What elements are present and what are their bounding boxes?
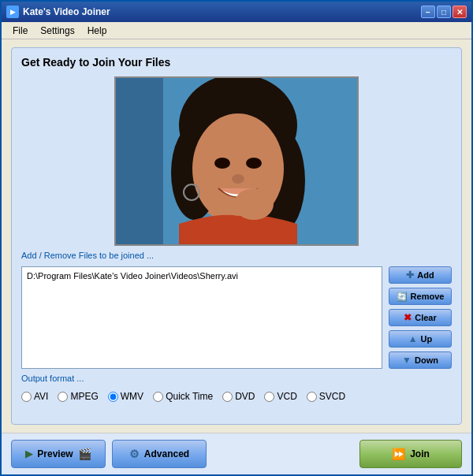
up-button[interactable]: Up [389, 330, 452, 348]
down-label: Down [415, 355, 438, 365]
format-vcd[interactable]: VCD [264, 391, 296, 402]
up-label: Up [421, 334, 433, 344]
file-list-area: D:\Program Files\Kate's Video Joiner\Vid… [21, 266, 452, 369]
bottom-bar: Preview 🎬 ⚙ Advanced Join [2, 433, 471, 474]
clear-icon [404, 312, 412, 323]
format-mpeg-label: MPEG [70, 391, 98, 402]
svg-point-11 [234, 188, 274, 220]
format-dvd-radio[interactable] [222, 392, 233, 402]
output-format-label: Output format ... [21, 374, 452, 383]
format-svcd[interactable]: SVCD [307, 391, 345, 402]
remove-icon [397, 291, 408, 302]
app-window: ▶ Kate's Video Joiner − □ ✕ File Setting… [0, 0, 473, 476]
format-quicktime-radio[interactable] [153, 392, 163, 402]
menu-help[interactable]: Help [81, 24, 114, 38]
remove-label: Remove [411, 292, 445, 301]
maximize-button[interactable]: □ [437, 6, 451, 18]
format-wmv-radio[interactable] [108, 392, 118, 402]
format-avi-label: AVI [34, 391, 48, 402]
format-mpeg[interactable]: MPEG [58, 391, 98, 402]
video-preview [114, 76, 359, 246]
preview-label: Preview [37, 448, 73, 459]
clear-label: Clear [415, 313, 437, 322]
format-avi-radio[interactable] [21, 392, 32, 402]
menu-settings[interactable]: Settings [34, 24, 80, 38]
join-ff-icon [392, 448, 405, 460]
format-dvd-label: DVD [235, 391, 255, 402]
add-button[interactable]: Add [389, 266, 452, 284]
down-button[interactable]: Down [389, 351, 452, 369]
main-content: Get Ready to Join Your Files [2, 39, 471, 433]
title-bar: ▶ Kate's Video Joiner − □ ✕ [2, 2, 471, 22]
add-label: Add [417, 270, 434, 280]
advanced-label: Advanced [144, 448, 189, 459]
window-title: Kate's Video Joiner [23, 6, 421, 17]
close-button[interactable]: ✕ [453, 6, 467, 18]
svg-point-8 [246, 158, 262, 169]
minimize-button[interactable]: − [421, 6, 435, 18]
format-dvd[interactable]: DVD [222, 391, 255, 402]
file-listbox[interactable]: D:\Program Files\Kate's Video Joiner\Vid… [21, 266, 382, 369]
format-wmv[interactable]: WMV [108, 391, 143, 402]
down-icon [402, 355, 412, 366]
join-button[interactable]: Join [359, 440, 462, 468]
menu-file[interactable]: File [6, 24, 34, 38]
svg-point-9 [232, 174, 244, 184]
add-remove-label: Add / Remove Files to be joined ... [21, 251, 452, 260]
photo-svg [116, 78, 359, 246]
file-entry-0: D:\Program Files\Kate's Video Joiner\Vid… [25, 270, 378, 281]
page-title: Get Ready to Join Your Files [21, 56, 452, 69]
format-svcd-radio[interactable] [307, 392, 317, 402]
remove-button[interactable]: Remove [389, 288, 452, 305]
format-wmv-label: WMV [121, 391, 143, 402]
add-icon [406, 270, 414, 281]
svg-point-7 [214, 158, 230, 169]
advanced-button[interactable]: ⚙ Advanced [112, 440, 207, 468]
up-icon [408, 333, 418, 344]
format-avi[interactable]: AVI [21, 391, 48, 402]
window-controls: − □ ✕ [421, 6, 467, 18]
preview-play-icon [25, 448, 32, 459]
format-quicktime-label: Quick Time [166, 391, 213, 402]
format-svcd-label: SVCD [319, 391, 345, 402]
preview-film-icon: 🎬 [78, 448, 91, 460]
inner-panel: Get Ready to Join Your Files [11, 47, 462, 425]
menu-bar: File Settings Help [2, 22, 471, 39]
join-label: Join [410, 448, 430, 459]
app-icon: ▶ [6, 6, 19, 18]
format-vcd-radio[interactable] [264, 392, 274, 402]
format-row: AVI MPEG WMV Quick Time DVD [21, 391, 452, 402]
side-buttons: Add Remove Clear Up [389, 266, 452, 369]
preview-button[interactable]: Preview 🎬 [11, 440, 106, 468]
format-quicktime[interactable]: Quick Time [153, 391, 213, 402]
svg-rect-1 [116, 78, 163, 246]
clear-button[interactable]: Clear [389, 309, 452, 326]
format-vcd-label: VCD [277, 391, 296, 402]
advanced-icon: ⚙ [129, 448, 140, 460]
format-mpeg-radio[interactable] [58, 392, 68, 402]
